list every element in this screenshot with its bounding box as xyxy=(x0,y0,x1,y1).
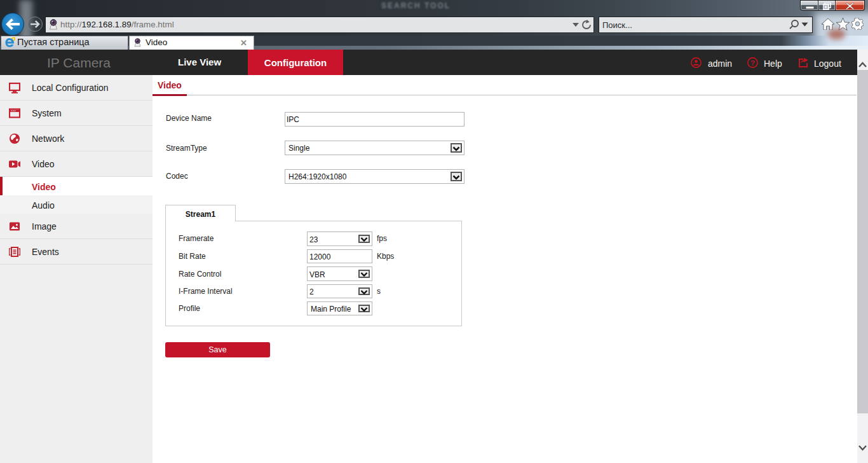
svg-text:?: ? xyxy=(750,59,755,67)
